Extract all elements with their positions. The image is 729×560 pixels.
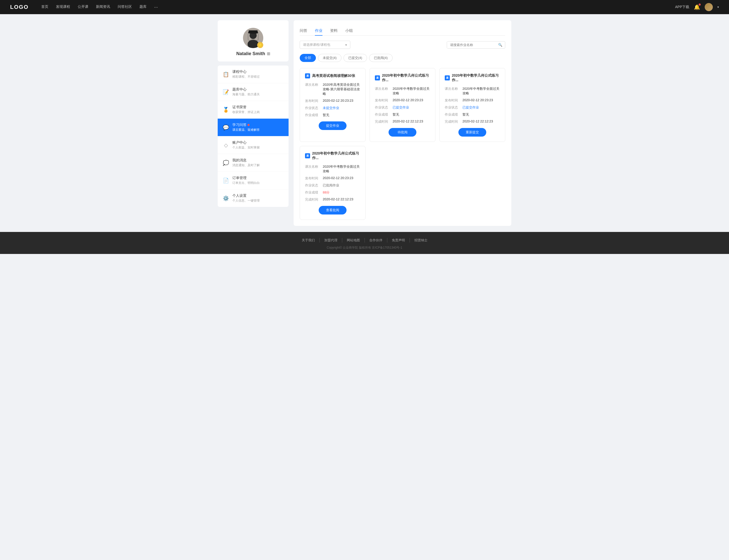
- search-button[interactable]: 🔍: [496, 41, 505, 48]
- settings-title: 个人设置: [232, 193, 283, 198]
- nav-news[interactable]: 新闻资讯: [96, 5, 110, 10]
- svg-rect-5: [248, 30, 258, 33]
- footer-disclaimer[interactable]: 免责声明: [387, 238, 410, 243]
- avatar-wrapper: ⭐: [243, 28, 263, 48]
- card-4-course: 课次名称 2020年中考数学全面过关攻略: [305, 164, 360, 174]
- submit-homework-button[interactable]: 提交作业: [319, 121, 346, 130]
- homework-cards-row2: 盾 2020年初中数学几何公式练习作... 课次名称 2020年中考数学全面过关…: [300, 146, 505, 220]
- shield-icon-1: 盾: [305, 73, 310, 78]
- qa-badge: [247, 124, 249, 126]
- sidebar-item-certificate[interactable]: 🏅 证书荣誉 收获荣誉、持证上岗: [218, 101, 288, 119]
- profile-section: ⭐ Natalie Smith ⊞: [218, 20, 288, 61]
- card-2-course: 课次名称 2020年中考数学全面过关攻略: [375, 87, 430, 96]
- nav-download[interactable]: APP下载: [675, 5, 689, 9]
- card-3-complete: 完成时间 2020-02-12 22:12:23: [445, 119, 500, 124]
- resubmit-button[interactable]: 重新提交: [459, 128, 486, 137]
- settings-desc: 个人信息、一键管理: [232, 199, 283, 203]
- card-3-action: 重新提交: [445, 128, 500, 137]
- search-input[interactable]: [447, 41, 496, 48]
- filter-unsubmitted[interactable]: 未提交(4): [318, 54, 341, 62]
- avatar-badge: ⭐: [257, 42, 263, 48]
- card-1-action: 提交作业: [305, 121, 360, 130]
- tab-homework[interactable]: 作业: [315, 26, 322, 36]
- footer-careers[interactable]: 招贤纳士: [410, 238, 432, 243]
- question-bank-desc: 海量习题、助力通关: [232, 92, 283, 97]
- footer-franchise[interactable]: 加盟代理: [320, 238, 342, 243]
- messages-icon: 💭: [223, 160, 229, 166]
- certificate-title: 证书荣誉: [232, 105, 283, 110]
- course-center-desc: 精彩课程、不容错过: [232, 75, 283, 79]
- orders-icon: 📄: [223, 178, 229, 184]
- card-1-status: 作业状态 未提交作业: [305, 106, 360, 110]
- card-4-status: 作业状态 已批阅作业: [305, 183, 360, 188]
- certificate-desc: 收获荣誉、持证上岗: [232, 110, 283, 114]
- certificate-icon: 🏅: [223, 107, 229, 113]
- sidebar-menu: 📋 课程中心 精彩课程、不容错过 📝 题库中心 海量习题、助力通关 🏅 证书荣誉…: [218, 66, 288, 207]
- user-avatar[interactable]: [705, 3, 713, 11]
- nav-discover[interactable]: 发现课程: [56, 5, 70, 10]
- card-4-score: 作业成绩 88分: [305, 190, 360, 195]
- nav-chevron-icon[interactable]: ▾: [717, 5, 719, 9]
- notification-bell[interactable]: 🔔: [694, 4, 700, 10]
- search-icon: 🔍: [498, 43, 503, 47]
- nav-open-course[interactable]: 公开课: [78, 5, 88, 10]
- qa-desc: 课后重温、疑难解答: [232, 128, 283, 132]
- card-1-score: 作业成绩 暂无: [305, 113, 360, 117]
- course-center-icon: 📋: [223, 71, 229, 77]
- chevron-down-icon: ▾: [345, 43, 347, 47]
- nav-right: APP下载 🔔 ▾: [675, 3, 719, 11]
- messages-title: 我的消息: [232, 158, 283, 163]
- settings-icon: ⚙️: [223, 195, 229, 201]
- nav-question-bank[interactable]: 题库: [139, 5, 146, 10]
- homework-card-2: 盾 2020年初中数学几何公式练习作... 课次名称 2020年中考数学全面过关…: [370, 68, 436, 142]
- sidebar-item-settings[interactable]: ⚙️ 个人设置 个人信息、一键管理: [218, 189, 288, 207]
- qr-code-icon[interactable]: ⊞: [267, 51, 270, 56]
- sidebar-item-orders[interactable]: 📄 订单管理 订单支出、明明白白: [218, 172, 288, 189]
- filter-all[interactable]: 全部: [300, 54, 316, 62]
- homework-card-4: 盾 2020年初中数学几何公式练习作... 课次名称 2020年中考数学全面过关…: [300, 146, 366, 220]
- footer-sitemap[interactable]: 网站地图: [342, 238, 365, 243]
- messages-desc: 消息通知、及时了解: [232, 163, 283, 167]
- sidebar-item-question-bank[interactable]: 📝 题库中心 海量习题、助力通关: [218, 83, 288, 101]
- sidebar-item-messages[interactable]: 💭 我的消息 消息通知、及时了解: [218, 154, 288, 172]
- homework-card-3: 盾 2020年初中数学几何公式练习作... 课次名称 2020年中考数学全面过关…: [440, 68, 505, 142]
- course-select-label: 请选择课程/课程包: [303, 42, 330, 47]
- nav-more[interactable]: ···: [154, 5, 158, 10]
- card-3-course: 课次名称 2020年中考数学全面过关攻略: [445, 87, 500, 96]
- card-2-score: 作业成绩 暂无: [375, 112, 430, 117]
- sidebar: ⭐ Natalie Smith ⊞ 📋 课程中心 精彩课程、不容错过 📝 题库中…: [218, 20, 288, 226]
- homework-cards-grid: 盾 高考英语试卷阅读理解30张 课次名称 2020年高考英语全面过关攻略-第六期…: [300, 68, 505, 142]
- card-2-publish: 发布时间 2020-02-12 20:23:23: [375, 98, 430, 103]
- tab-materials[interactable]: 资料: [330, 26, 338, 36]
- pending-review-button[interactable]: 待批阅: [389, 128, 417, 137]
- nav-links: 首页 发现课程 公开课 新闻资讯 问答社区 题库 ···: [41, 5, 675, 10]
- filter-bar: 请选择课程/课程包 ▾ 🔍: [300, 41, 505, 49]
- main-container: ⭐ Natalie Smith ⊞ 📋 课程中心 精彩课程、不容错过 📝 题库中…: [213, 14, 516, 232]
- filter-reviewed[interactable]: 已批阅(4): [369, 54, 393, 62]
- sidebar-item-qa[interactable]: 💬 学习问答 课后重温、疑难解答: [218, 119, 288, 136]
- question-bank-icon: 📝: [223, 89, 229, 95]
- tab-group[interactable]: 小组: [345, 26, 353, 36]
- notification-dot: [699, 4, 701, 6]
- footer-about[interactable]: 关于我们: [297, 238, 320, 243]
- footer: 关于我们 加盟代理 网站地图 合作伙伴 免责声明 招贤纳士 Copyright©…: [0, 232, 729, 254]
- card-2-action: 待批阅: [375, 128, 430, 137]
- tab-qa[interactable]: 问答: [300, 26, 307, 36]
- card-2-status: 作业状态 已提交作业: [375, 105, 430, 110]
- filter-submitted[interactable]: 已提交(4): [343, 54, 367, 62]
- account-icon: ◇: [223, 142, 229, 148]
- orders-desc: 订单支出、明明白白: [232, 181, 283, 185]
- card-2-title: 盾 2020年初中数学几何公式练习作...: [375, 73, 430, 82]
- footer-partners[interactable]: 合作伙伴: [365, 238, 387, 243]
- profile-name: Natalie Smith ⊞: [223, 51, 283, 56]
- view-review-button[interactable]: 查看批阅: [319, 206, 346, 214]
- sidebar-item-course-center[interactable]: 📋 课程中心 精彩课程、不容错过: [218, 66, 288, 83]
- nav-qa[interactable]: 问答社区: [118, 5, 132, 10]
- footer-copyright: Copyright© 云朵商学院 版权所有 京ICP备17051340号-1: [0, 246, 729, 250]
- shield-icon-4: 盾: [305, 153, 310, 158]
- sidebar-item-account[interactable]: ◇ 账户中心 个人权益、实时掌握: [218, 136, 288, 154]
- course-select[interactable]: 请选择课程/课程包 ▾: [300, 41, 350, 49]
- content-tabs: 问答 作业 资料 小组: [300, 26, 505, 36]
- logo: LOGO: [10, 4, 29, 10]
- nav-home[interactable]: 首页: [41, 5, 48, 10]
